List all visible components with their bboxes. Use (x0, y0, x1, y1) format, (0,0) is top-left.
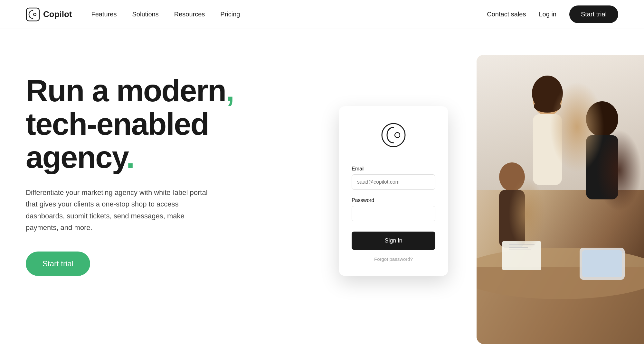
nav-left: Copilot Features Solutions Resources Pri… (26, 7, 240, 22)
svg-rect-0 (26, 8, 39, 21)
forgot-password-link[interactable]: Forgot password? (352, 256, 435, 262)
hero-left: Run a modern, tech-enabled agency. Diffe… (26, 55, 352, 276)
login-card: Email Password •••••••••••••••• Sign in … (339, 106, 448, 276)
hero-right: Email Password •••••••••••••••• Sign in … (352, 55, 618, 344)
nav-link-solutions[interactable]: Solutions (132, 11, 158, 18)
login-logo (352, 122, 435, 148)
logo[interactable]: Copilot (26, 7, 72, 22)
hero-description: Differentiate your marketing agency with… (26, 187, 219, 234)
nav-link-resources[interactable]: Resources (174, 11, 205, 18)
email-label: Email (352, 166, 435, 172)
nav-link-features[interactable]: Features (91, 11, 117, 18)
svg-point-1 (33, 13, 36, 16)
nav-link-pricing[interactable]: Pricing (220, 11, 240, 18)
nav-right: Contact sales Log in Start trial (487, 5, 618, 23)
svg-point-21 (395, 133, 400, 138)
hero-title: Run a modern, tech-enabled agency. (26, 74, 352, 174)
email-input[interactable] (352, 174, 435, 190)
log-in-link[interactable]: Log in (539, 11, 556, 18)
hero-section: Run a modern, tech-enabled agency. Diffe… (0, 29, 644, 348)
login-logo-icon (381, 122, 406, 148)
navbar: Copilot Features Solutions Resources Pri… (0, 0, 644, 29)
hero-photo-people (477, 55, 644, 344)
start-trial-nav-button[interactable]: Start trial (569, 5, 618, 23)
password-label: Password (352, 197, 435, 203)
hero-photo-background (477, 55, 644, 344)
start-trial-hero-button[interactable]: Start trial (26, 252, 90, 276)
logo-icon (26, 7, 40, 22)
nav-links: Features Solutions Resources Pricing (91, 11, 240, 18)
password-form-group: Password •••••••••••••••• (352, 197, 435, 221)
email-form-group: Email (352, 166, 435, 190)
logo-text: Copilot (43, 9, 72, 19)
password-input[interactable]: •••••••••••••••• (352, 206, 435, 221)
contact-sales-link[interactable]: Contact sales (487, 11, 526, 18)
sign-in-button[interactable]: Sign in (352, 232, 435, 250)
